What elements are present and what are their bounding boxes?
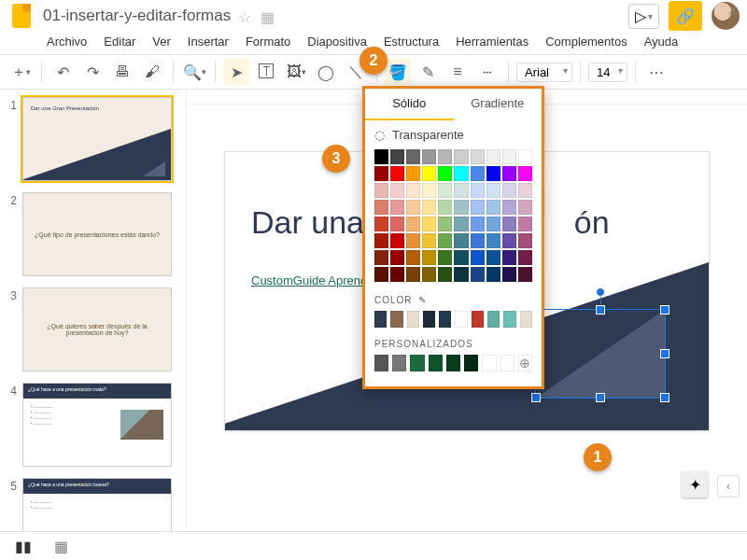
color-swatch[interactable] (438, 267, 452, 282)
color-swatch[interactable] (471, 250, 485, 265)
color-swatch[interactable] (471, 267, 485, 282)
filmstrip-view-button[interactable]: ▮▮ (15, 538, 32, 555)
color-swatch[interactable] (406, 217, 420, 231)
color-swatch[interactable] (502, 217, 516, 231)
color-swatch[interactable] (518, 183, 532, 198)
color-swatch[interactable] (422, 183, 436, 198)
theme-swatch[interactable] (439, 311, 451, 328)
color-swatch[interactable] (486, 166, 500, 181)
color-swatch[interactable] (374, 183, 388, 198)
document-name[interactable]: 01-insertar-y-editar-formas (43, 7, 231, 25)
color-swatch[interactable] (422, 149, 436, 164)
slide-subtitle-link[interactable]: CustomGuide Aprend (251, 273, 367, 287)
menu-diapositiva[interactable]: Diapositiva (302, 31, 373, 52)
color-swatch[interactable] (502, 250, 516, 265)
transparent-option[interactable]: ◌ Transparente (365, 120, 542, 147)
theme-swatch[interactable] (503, 311, 515, 328)
menu-complementos[interactable]: Complementos (540, 31, 632, 52)
rotation-handle[interactable] (596, 287, 605, 297)
color-swatch[interactable] (390, 166, 404, 181)
theme-swatch[interactable] (423, 311, 435, 328)
color-swatch[interactable] (471, 217, 485, 231)
color-swatch[interactable] (454, 149, 468, 164)
color-swatch[interactable] (454, 183, 468, 198)
scroll-left-button[interactable]: ‹ (717, 475, 740, 497)
resize-handle[interactable] (531, 393, 541, 402)
menu-insertar[interactable]: Insertar (182, 31, 234, 52)
color-swatch[interactable] (374, 217, 388, 231)
color-swatch[interactable] (518, 250, 532, 265)
color-swatch[interactable] (390, 200, 404, 215)
custom-swatch[interactable] (374, 355, 388, 371)
color-swatch[interactable] (454, 217, 468, 231)
theme-swatch[interactable] (407, 311, 419, 328)
color-swatch[interactable] (518, 149, 532, 164)
border-color-button[interactable]: ✎ (415, 59, 441, 85)
color-swatch[interactable] (502, 233, 516, 248)
color-swatch[interactable] (438, 217, 452, 231)
color-swatch[interactable] (406, 183, 420, 198)
color-swatch[interactable] (406, 250, 420, 265)
redo-button[interactable]: ↷ (79, 59, 106, 85)
border-dash-button[interactable]: ┄ (474, 59, 500, 85)
custom-swatch[interactable] (464, 355, 478, 371)
resize-handle[interactable] (660, 349, 669, 358)
color-swatch[interactable] (486, 200, 500, 215)
thumbnail-2[interactable]: ¿Qué tipo de presentaciones estás dando? (22, 192, 172, 276)
color-swatch[interactable] (454, 250, 468, 265)
menu-editar[interactable]: Editar (98, 31, 141, 52)
share-button[interactable]: 🔗 (669, 1, 702, 31)
thumbnail-4[interactable]: ¿Qué hace a una presentación mala? • ———… (22, 383, 172, 467)
add-custom-color[interactable]: ⊕ (518, 355, 532, 371)
print-button[interactable]: 🖶 (109, 59, 135, 85)
grid-view-button[interactable]: ▦ (54, 538, 68, 555)
theme-swatch[interactable] (487, 311, 500, 328)
paint-format-button[interactable]: 🖌 (139, 59, 165, 85)
theme-swatch[interactable] (374, 311, 387, 328)
present-button[interactable]: ▷ ▾ (628, 4, 659, 29)
color-swatch[interactable] (502, 166, 516, 181)
color-swatch[interactable] (518, 166, 532, 181)
color-swatch[interactable] (438, 233, 452, 248)
font-size-select[interactable]: 14 (588, 63, 627, 82)
tab-solid[interactable]: Sólido (365, 89, 454, 120)
custom-swatch[interactable] (392, 355, 406, 371)
color-swatch[interactable] (454, 166, 468, 181)
resize-handle[interactable] (660, 305, 669, 315)
color-swatch[interactable] (502, 149, 516, 164)
eyedropper-icon[interactable]: ✎ (418, 295, 427, 305)
resize-handle[interactable] (596, 393, 605, 402)
color-swatch[interactable] (390, 267, 404, 282)
color-swatch[interactable] (422, 267, 436, 282)
color-swatch[interactable] (406, 200, 420, 215)
star-icon[interactable]: ☆ (238, 8, 253, 23)
color-swatch[interactable] (471, 233, 485, 248)
theme-swatch[interactable] (520, 311, 532, 328)
custom-swatch[interactable] (500, 355, 514, 371)
color-swatch[interactable] (390, 217, 404, 231)
color-swatch[interactable] (518, 217, 532, 231)
theme-swatch[interactable] (455, 311, 467, 328)
color-swatch[interactable] (518, 200, 532, 215)
fill-color-button[interactable]: 🪣 (385, 59, 411, 85)
color-swatch[interactable] (374, 149, 388, 164)
color-swatch[interactable] (438, 250, 452, 265)
explore-button[interactable]: ✦ (682, 471, 708, 497)
color-swatch[interactable] (471, 166, 485, 181)
color-swatch[interactable] (502, 267, 516, 282)
color-swatch[interactable] (471, 149, 485, 164)
color-swatch[interactable] (374, 200, 388, 215)
resize-handle[interactable] (660, 393, 669, 402)
theme-swatch[interactable] (472, 311, 484, 328)
color-swatch[interactable] (422, 233, 436, 248)
thumbnail-1[interactable]: Dar una Gran Presentación (22, 97, 172, 181)
zoom-button[interactable]: 🔍▾ (181, 59, 207, 85)
color-swatch[interactable] (486, 183, 500, 198)
color-swatch[interactable] (471, 200, 485, 215)
resize-handle[interactable] (596, 305, 605, 315)
color-swatch[interactable] (518, 267, 532, 282)
color-swatch[interactable] (374, 166, 388, 181)
color-swatch[interactable] (390, 149, 404, 164)
theme-swatch[interactable] (390, 311, 402, 328)
custom-swatch[interactable] (429, 355, 443, 371)
